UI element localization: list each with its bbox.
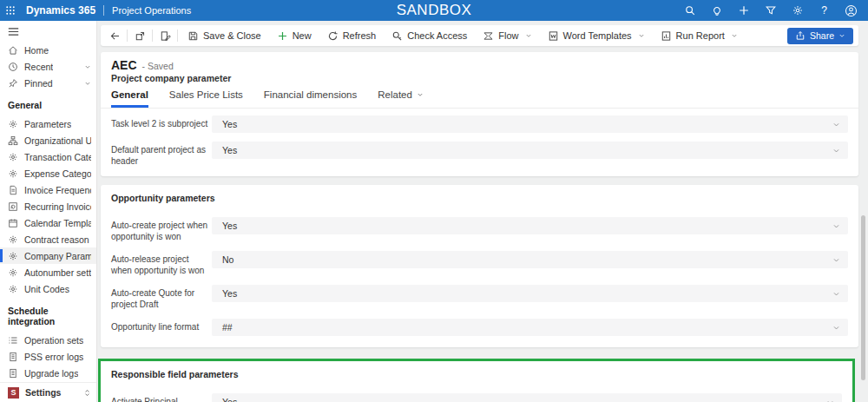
top-navigation-bar: Dynamics 365 Project Operations SANDBOX …	[0, 0, 868, 21]
calendar-icon	[8, 218, 18, 228]
chevron-down-icon	[832, 147, 840, 155]
refresh-button[interactable]: Refresh	[319, 27, 385, 44]
sidebar-item-expense-categories[interactable]: Expense Categories	[0, 165, 96, 181]
word-templates-button[interactable]: Word Templates	[540, 27, 653, 44]
word-document-icon	[548, 30, 559, 42]
field-row: Activate Principal Yes	[101, 390, 852, 402]
sidebar-item-invoice-frequencies[interactable]: Invoice Frequencies	[0, 181, 96, 198]
sidebar-item-recurring-invoice-setup[interactable]: Recurring Invoice Set...	[0, 198, 96, 214]
dynamics-brand[interactable]: Dynamics 365	[26, 4, 95, 16]
field-row: Opportunity line format ##	[101, 315, 858, 341]
environment-banner: SANDBOX	[397, 2, 472, 19]
run-report-button[interactable]: Run Report	[653, 27, 746, 44]
save-close-label: Save & Close	[203, 30, 261, 41]
app-launcher-waffle-icon[interactable]	[0, 0, 21, 21]
site-map-sidebar: Home Recent Pinned General Parameters Or…	[0, 21, 97, 402]
area-switcher-settings[interactable]: S Settings	[0, 382, 96, 402]
commandbar-divider	[177, 30, 178, 42]
gear-icon[interactable]	[791, 4, 804, 17]
record-title: AEC	[111, 58, 137, 72]
highlight-box: Responsible field parameters Activate Pr…	[98, 359, 855, 402]
record-save-status: - Saved	[142, 61, 174, 71]
tab-financial-dimensions[interactable]: Financial dimensions	[264, 89, 357, 108]
sidebar-item-organizational-units[interactable]: Organizational Units	[0, 132, 96, 148]
field-opportunity-line-format[interactable]: ##	[212, 319, 848, 336]
tab-general[interactable]: General	[111, 89, 148, 108]
sidebar-item-recent[interactable]: Recent	[0, 58, 96, 75]
field-label: Activate Principal	[111, 393, 212, 402]
search-icon[interactable]	[683, 4, 696, 17]
share-label: Share	[810, 30, 834, 41]
chevron-down-icon[interactable]	[84, 80, 91, 87]
field-autorelease-project-won[interactable]: No	[212, 251, 848, 268]
share-button[interactable]: Share	[787, 28, 853, 44]
field-task-level2-subproject[interactable]: Yes	[212, 115, 848, 133]
sidebar-item-upgrade-logs[interactable]: Upgrade logs	[0, 365, 96, 381]
vertical-scrollbar[interactable]	[861, 215, 865, 380]
new-button[interactable]: New	[269, 27, 319, 44]
app-name[interactable]: Project Operations	[112, 5, 191, 16]
field-value: Yes	[222, 119, 237, 129]
field-autocreate-quote-draft[interactable]: Yes	[212, 285, 848, 302]
collapse-menu-icon[interactable]	[0, 21, 96, 42]
sidebar-item-parameters[interactable]: Parameters	[0, 115, 96, 132]
check-access-button[interactable]: Check Access	[384, 27, 475, 44]
sidebar-item-calendar-templates[interactable]: Calendar Templates	[0, 214, 96, 231]
maximize-icon[interactable]	[129, 27, 150, 44]
sidebar-item-contract-reason-codes[interactable]: Contract reason codes	[0, 231, 96, 247]
share-icon	[795, 30, 806, 41]
tab-label: Sales Price Lists	[169, 89, 243, 100]
tab-sales-price-lists[interactable]: Sales Price Lists	[169, 89, 243, 108]
sidebar-item-pss-error-logs[interactable]: PSS error logs	[0, 348, 96, 365]
back-button[interactable]	[104, 27, 125, 44]
form-tabs: General Sales Price Lists Financial dime…	[101, 84, 858, 109]
sidebar-item-transaction-categories[interactable]: Transaction Categories	[0, 148, 96, 165]
help-icon[interactable]: ?	[818, 4, 831, 17]
chevron-down-icon	[417, 91, 424, 98]
sidebar-item-pinned[interactable]: Pinned	[0, 75, 96, 91]
sidebar-item-label: Operation sets	[24, 335, 83, 346]
list-icon	[8, 335, 18, 346]
save-close-button[interactable]: Save & Close	[180, 27, 269, 44]
field-row: Auto-release project when opportunity is…	[101, 247, 858, 281]
sidebar-item-label: Recent	[24, 62, 53, 72]
flow-button[interactable]: Flow	[475, 27, 539, 44]
field-label: Opportunity line format	[111, 319, 212, 333]
plus-icon	[277, 30, 288, 42]
refresh-icon	[327, 30, 339, 42]
field-label: Auto-create project when opportunity is …	[111, 217, 212, 242]
field-activate-principal[interactable]: Yes	[212, 393, 842, 402]
filter-icon[interactable]	[764, 4, 777, 17]
sidebar-group-general: General	[0, 91, 96, 115]
chevron-down-icon[interactable]	[84, 63, 91, 70]
commandbar-divider	[127, 30, 128, 42]
tab-label: Financial dimensions	[264, 89, 357, 100]
sidebar-item-company-parameters[interactable]: Company Parameters	[0, 247, 96, 264]
tab-related[interactable]: Related	[378, 89, 424, 108]
form-editor-icon[interactable]	[155, 27, 175, 44]
sidebar-item-label: Contract reason codes	[24, 234, 91, 245]
account-person-icon[interactable]	[845, 4, 858, 17]
chevron-down-icon	[638, 32, 645, 39]
chevron-down-icon	[838, 32, 845, 39]
sidebar-item-autonumber-settings[interactable]: Autonumber settings	[0, 264, 96, 280]
field-row: Auto-create project when opportunity is …	[101, 214, 858, 247]
save-icon	[187, 30, 199, 42]
clock-icon	[8, 62, 18, 72]
commandbar-divider	[152, 30, 153, 42]
field-label: Default parent project as header	[111, 142, 212, 167]
sidebar-item-unit-codes[interactable]: Unit Codes	[0, 280, 96, 297]
gear-icon	[8, 284, 18, 294]
sidebar-item-label: Autonumber settings	[24, 267, 91, 278]
tab-label: Related	[378, 89, 412, 100]
lightbulb-icon[interactable]	[710, 4, 723, 17]
sidebar-item-operation-sets[interactable]: Operation sets	[0, 332, 96, 348]
sidebar-item-label: Unit Codes	[24, 284, 69, 294]
field-default-parent-project-header[interactable]: Yes	[212, 142, 848, 159]
plus-icon[interactable]	[737, 4, 750, 17]
document-icon	[8, 185, 18, 195]
field-autocreate-project-won[interactable]: Yes	[212, 217, 848, 234]
log-document-icon	[8, 368, 18, 379]
field-label: Auto-create Quote for project Draft	[111, 285, 212, 310]
sidebar-item-home[interactable]: Home	[0, 42, 96, 58]
